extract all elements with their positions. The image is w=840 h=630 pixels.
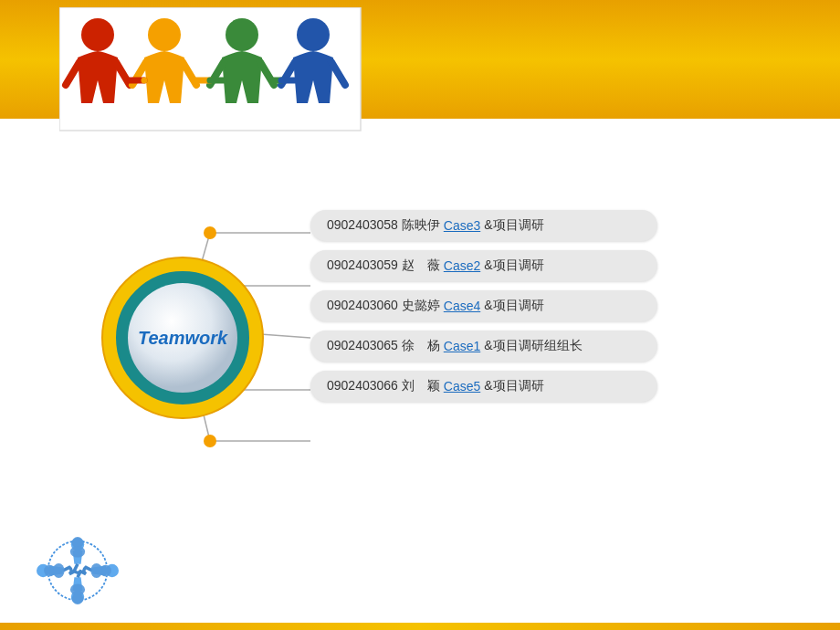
svg-point-49 <box>53 563 65 578</box>
svg-text:Teamwork: Teamwork <box>138 328 228 348</box>
members-container: 0902403058 陈映伊 Case3 &项目调研 0902403059 赵 … <box>310 210 657 402</box>
member-1-case-link[interactable]: Case3 <box>444 218 480 233</box>
member-3-case-link[interactable]: Case4 <box>444 299 480 313</box>
teamwork-figures <box>59 7 370 140</box>
member-row-5: 0902403066 刘 颖 Case5 &项目调研 <box>310 371 657 402</box>
member-2-role: &项目调研 <box>484 257 543 274</box>
member-2-number: 0902403059 赵 薇 <box>327 257 440 274</box>
svg-point-1 <box>81 18 114 51</box>
svg-point-10 <box>297 18 330 51</box>
member-row-3: 0902403060 史懿婷 Case4 &项目调研 <box>310 290 657 321</box>
member-4-case-link[interactable]: Case1 <box>444 339 480 353</box>
member-4-number: 0902403065 徐 杨 <box>327 338 440 354</box>
member-row-1: 0902403058 陈映伊 Case3 &项目调研 <box>310 210 657 241</box>
bottom-bar <box>0 623 840 630</box>
member-5-role: &项目调研 <box>484 378 543 394</box>
member-5-case-link[interactable]: Case5 <box>444 379 480 394</box>
member-row-2: 0902403059 赵 薇 Case2 &项目调研 <box>310 250 657 281</box>
teamwork-circle: Teamwork <box>100 256 265 420</box>
svg-point-43 <box>70 546 85 558</box>
member-2-case-link[interactable]: Case2 <box>444 258 480 273</box>
member-4-role: &项目调研组组长 <box>484 338 582 354</box>
member-3-number: 0902403060 史懿婷 <box>327 298 440 314</box>
member-1-role: &项目调研 <box>484 217 543 234</box>
member-5-number: 0902403066 刘 颖 <box>327 378 440 394</box>
member-1-number: 0902403058 陈映伊 <box>327 217 440 234</box>
puzzle-icon <box>27 530 128 612</box>
member-row-4: 0902403065 徐 杨 Case1 &项目调研组组长 <box>310 331 657 362</box>
svg-point-7 <box>226 18 258 51</box>
member-3-role: &项目调研 <box>484 298 543 314</box>
svg-point-4 <box>148 18 181 51</box>
svg-point-47 <box>70 583 85 595</box>
svg-point-45 <box>90 563 102 578</box>
